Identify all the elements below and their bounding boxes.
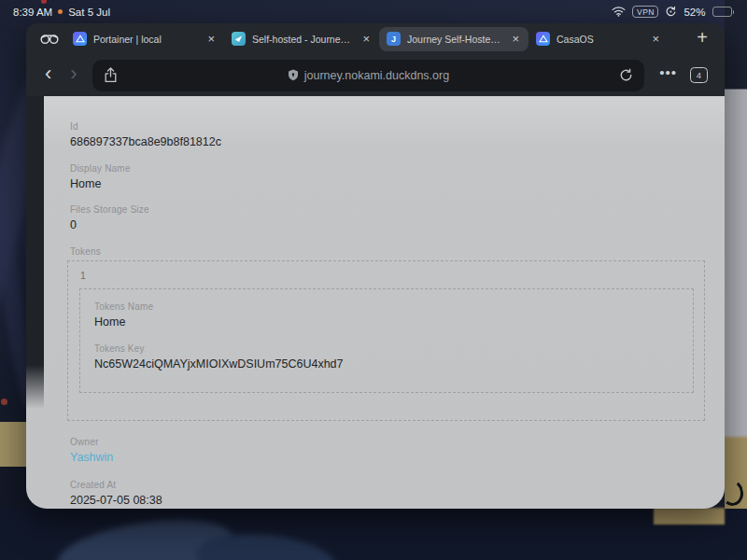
- url-display: journey.nokami.duckdns.org: [92, 69, 645, 82]
- field-value: 686897337bca8e9b8f81812c: [70, 135, 221, 148]
- url-text: journey.nokami.duckdns.org: [304, 69, 449, 82]
- wallpaper-art: [725, 0, 747, 560]
- orientation-lock-icon: [665, 6, 677, 18]
- wallpaper-art: [0, 422, 26, 467]
- wifi-icon: [612, 7, 626, 17]
- field-label: Tokens Name: [94, 301, 693, 312]
- vpn-badge: VPN: [632, 6, 658, 18]
- private-mask-icon[interactable]: [34, 33, 65, 45]
- tab-portainer[interactable]: Portainer | local ×: [65, 27, 224, 51]
- field-value: Nc65W24ciQMAYjxMIOIXwDSIUm75C6U4xhd7: [94, 357, 693, 371]
- field-id: Id 686897337bca8e9b8f81812c: [70, 121, 221, 148]
- tokens-section-label: Tokens: [70, 246, 101, 257]
- journey-favicon-icon: J: [387, 32, 401, 46]
- wallpaper-art: [654, 508, 725, 525]
- clock-date: Sat 5 Jul: [68, 7, 110, 18]
- field-label: Display Name: [70, 163, 131, 174]
- field-label: Created At: [70, 480, 162, 490]
- owner-link[interactable]: Yashwin: [70, 451, 113, 464]
- back-button[interactable]: ‹: [37, 63, 59, 87]
- forum-favicon-icon: [232, 32, 246, 46]
- status-left: 8:39 AM Sat 5 Jul: [13, 7, 110, 18]
- more-menu-button[interactable]: •••: [652, 64, 684, 86]
- tab-casaos[interactable]: CasaOS ×: [529, 27, 669, 51]
- wallpaper-art: [0, 509, 747, 560]
- field-value: 0: [70, 218, 149, 231]
- token-index: 1: [80, 270, 86, 281]
- field-display-name: Display Name Home: [70, 163, 131, 190]
- token-item-box: Tokens Name Home Tokens Key Nc65W24ciQMA…: [79, 288, 694, 393]
- field-token-key: Tokens Key Nc65W24ciQMAYjxMIOIXwDSIUm75C…: [94, 343, 693, 371]
- tab-count-button[interactable]: 4: [690, 67, 708, 83]
- battery-icon: [712, 7, 735, 17]
- page-content: Id 686897337bca8e9b8f81812c Display Name…: [26, 96, 725, 509]
- browser-chrome: Portainer | local × Self-hosted - Journe…: [26, 23, 725, 96]
- tab-journey-forum[interactable]: Self-hosted - Journey Forum ×: [224, 27, 379, 51]
- field-value: Home: [94, 315, 693, 329]
- field-label: Id: [70, 121, 221, 132]
- close-tab-icon[interactable]: ×: [205, 33, 217, 45]
- new-tab-button[interactable]: +: [697, 27, 717, 50]
- content-left-shadow: [26, 96, 44, 409]
- clock-time: 8:39 AM: [13, 7, 52, 18]
- tab-title: Self-hosted - Journey Forum: [252, 34, 354, 45]
- vpn-active-indicator-icon: [58, 9, 63, 14]
- close-tab-icon[interactable]: ×: [510, 33, 521, 45]
- forward-button[interactable]: ›: [63, 63, 84, 87]
- field-token-name: Tokens Name Home: [94, 301, 693, 329]
- field-value: 2025-07-05 08:38: [70, 494, 162, 507]
- status-right: VPN 52%: [612, 6, 734, 18]
- share-icon[interactable]: [104, 67, 118, 83]
- address-bar: ‹ › journey.nokami.duckdns.org: [26, 54, 725, 96]
- browser-window: Portainer | local × Self-hosted - Journe…: [26, 23, 725, 509]
- field-label: Files Storage Size: [70, 204, 149, 215]
- field-files-storage-size: Files Storage Size 0: [70, 204, 149, 231]
- field-label: Owner: [70, 437, 113, 447]
- tab-title: Journey Self-Hosted Sync Drive: [407, 34, 503, 45]
- reload-icon[interactable]: [619, 68, 633, 82]
- field-value: Home: [70, 177, 131, 190]
- tab-title: Portainer | local: [93, 34, 199, 45]
- field-created-at: Created At 2025-07-05 08:38: [70, 480, 162, 507]
- site-security-shield-icon: [288, 69, 299, 81]
- url-field[interactable]: journey.nokami.duckdns.org: [92, 60, 645, 91]
- field-label: Tokens Key: [94, 343, 693, 354]
- field-owner: Owner Yashwin: [70, 437, 113, 464]
- tokens-list-box: 1 Tokens Name Home Tokens Key Nc65W24ciQ…: [67, 260, 705, 421]
- close-tab-icon[interactable]: ×: [650, 33, 661, 45]
- close-tab-icon[interactable]: ×: [360, 33, 372, 45]
- tab-journey-sync-drive-active[interactable]: J Journey Self-Hosted Sync Drive ×: [379, 27, 529, 51]
- battery-percent: 52%: [684, 7, 705, 18]
- tab-bar: Portainer | local × Self-hosted - Journe…: [26, 23, 725, 54]
- tab-title: CasaOS: [557, 34, 643, 45]
- portainer-favicon-icon: [73, 32, 87, 46]
- status-bar: 8:39 AM Sat 5 Jul VPN 52%: [0, 0, 747, 23]
- wallpaper-art: [1, 399, 7, 405]
- casaos-favicon-icon: [536, 32, 550, 46]
